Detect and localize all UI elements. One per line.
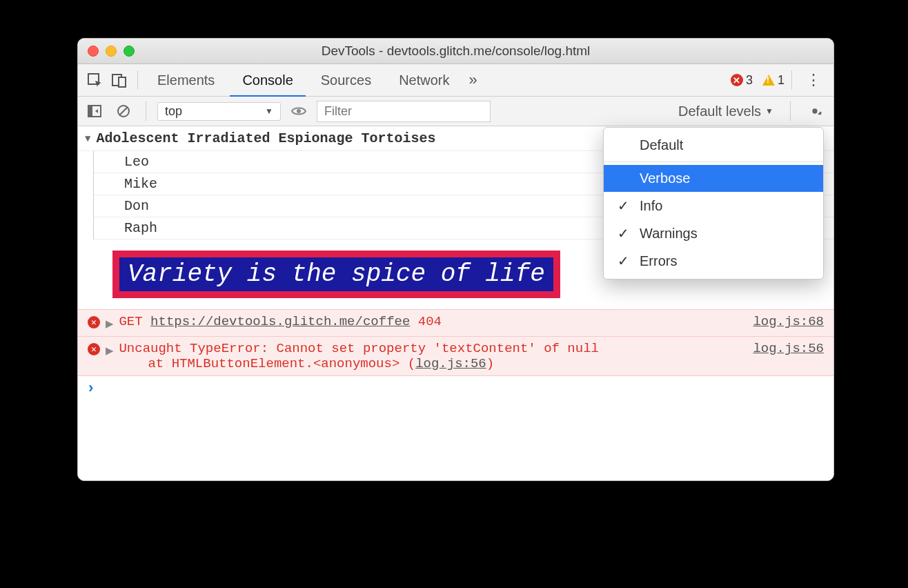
device-toolbar-icon[interactable] [108,69,130,91]
error-count: 3 [746,73,753,88]
tab-label: Sources [321,72,371,88]
zoom-window-button[interactable] [124,46,135,57]
inspect-element-icon[interactable] [83,69,106,91]
error-icon: ✕ [88,343,100,355]
option-label: Info [640,198,662,214]
console-prompt[interactable]: › [78,376,833,402]
overflow-glyph: » [469,71,477,89]
console-settings-icon[interactable] [802,104,828,119]
level-option-default[interactable]: Default [604,132,823,159]
console-error-line: ✕ ▶ Uncaught TypeError: Cannot set prope… [78,337,833,376]
error-icon: ✕ [731,74,743,86]
tab-network[interactable]: Network [386,64,462,96]
warning-count-badge[interactable]: 1 [762,73,784,88]
separator [790,101,791,121]
tab-sources[interactable]: Sources [308,64,384,96]
option-label: Verbose [640,170,690,186]
titlebar: DevTools - devtools.glitch.me/console/lo… [78,39,833,64]
tabs-overflow-button[interactable]: » [465,64,482,96]
level-option-info[interactable]: ✓ Info [604,192,823,219]
tab-label: Console [242,72,293,88]
check-icon: ✓ [616,225,630,242]
error-message: GET https://devtools.glitch.me/coffee 40… [119,314,747,329]
check-icon: ✓ [616,253,630,269]
warning-count: 1 [778,73,784,88]
svg-point-7 [297,109,301,113]
separator [146,101,146,121]
svg-rect-4 [88,106,92,117]
filter-input[interactable] [317,101,491,122]
menu-separator [604,161,823,162]
group-title: Adolescent Irradiated Espionage Tortoise… [96,130,435,146]
levels-label: Default levels [678,104,761,119]
svg-rect-2 [119,77,126,87]
clear-console-icon[interactable] [112,100,135,122]
option-label: Errors [640,253,677,269]
level-option-verbose[interactable]: Verbose [604,165,823,192]
chevron-down-icon: ▼ [265,106,273,116]
log-levels-selector[interactable]: Default levels ▼ [673,101,779,122]
source-link[interactable]: log.js:68 [753,314,824,329]
source-link[interactable]: log.js:56 [753,341,824,356]
context-value: top [165,104,182,119]
tab-elements[interactable]: Elements [145,64,227,96]
more-options-button[interactable]: ⋮ [799,71,828,89]
devtools-window: DevTools - devtools.glitch.me/console/lo… [77,38,834,481]
error-text: Uncaught TypeError: Cannot set property … [119,341,599,356]
option-label: Default [640,137,683,153]
console-error-line: ✕ ▶ GET https://devtools.glitch.me/coffe… [78,309,833,337]
log-text: Leo [124,154,149,170]
stack-text: ) [486,356,494,371]
stack-text: at HTMLButtonElement.<anonymous> ( [148,356,415,371]
warning-icon [762,75,775,86]
separator [137,70,138,90]
live-expression-icon[interactable] [288,100,310,122]
tab-label: Network [399,72,449,88]
error-count-badge[interactable]: ✕ 3 [731,73,753,88]
option-label: Warnings [640,226,698,242]
styled-log-text: Variety is the spice of life [112,251,560,298]
console-toolbar: top ▼ Default levels ▼ [78,97,833,126]
expand-error-icon[interactable]: ▶ [106,342,113,359]
log-levels-dropdown: Default Verbose ✓ Info ✓ Warnings ✓ Erro… [603,127,824,280]
close-window-button[interactable] [88,46,99,57]
check-icon: ✓ [616,197,630,214]
level-option-errors[interactable]: ✓ Errors [604,247,823,275]
minimize-window-button[interactable] [106,46,117,57]
separator [791,70,792,90]
http-method: GET [119,314,142,329]
stack-frame: at HTMLButtonElement.<anonymous> (log.js… [119,356,747,371]
tab-console[interactable]: Console [230,63,305,97]
tab-label: Elements [157,72,215,88]
error-url[interactable]: https://devtools.glitch.me/coffee [150,314,410,329]
log-text: Mike [124,176,157,192]
window-title: DevTools - devtools.glitch.me/console/lo… [78,43,833,59]
svg-line-6 [119,107,128,115]
context-selector[interactable]: top ▼ [157,102,281,121]
http-status: 404 [418,314,442,329]
stack-link[interactable]: log.js:56 [415,356,486,371]
log-text: Raph [124,220,157,236]
log-text: Don [124,198,149,214]
disclosure-triangle-icon: ▼ [85,133,90,144]
panel-tabs: Elements Console Sources Network » ✕ 3 1… [78,64,833,97]
chevron-down-icon: ▼ [765,106,773,116]
expand-error-icon[interactable]: ▶ [106,315,113,332]
level-option-warnings[interactable]: ✓ Warnings [604,219,823,247]
error-icon: ✕ [88,316,100,329]
show-console-sidebar-icon[interactable] [83,100,106,122]
traffic-lights [78,46,135,57]
error-message: Uncaught TypeError: Cannot set property … [119,341,747,371]
